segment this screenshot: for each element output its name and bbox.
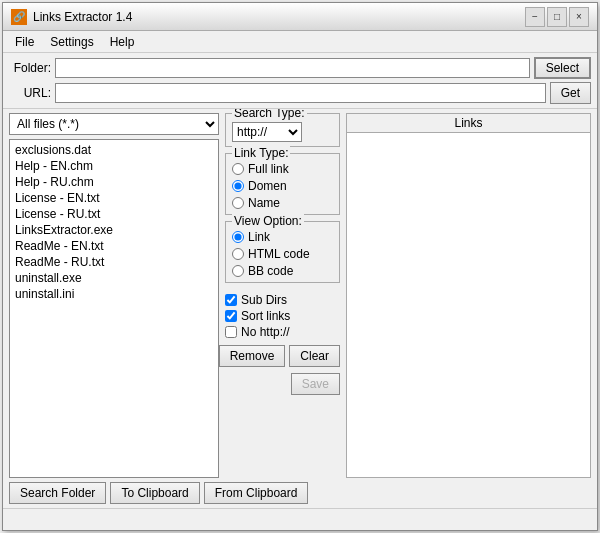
list-item[interactable]: LinksExtractor.exe: [12, 222, 216, 238]
window-controls: − □ ×: [525, 7, 589, 27]
view-option-options: Link HTML code BB code: [232, 230, 333, 278]
folder-row: Folder: Select: [9, 57, 591, 79]
search-type-content: http://https://ftp://All: [232, 122, 333, 142]
checkbox-sortlinks-label: Sort links: [241, 309, 290, 323]
maximize-button[interactable]: □: [547, 7, 567, 27]
list-item[interactable]: Help - EN.chm: [12, 158, 216, 174]
window-title: Links Extractor 1.4: [33, 10, 525, 24]
list-item[interactable]: uninstall.exe: [12, 270, 216, 286]
folder-input[interactable]: [55, 58, 530, 78]
file-list: exclusions.dat Help - EN.chm Help - RU.c…: [9, 139, 219, 478]
app-icon: 🔗: [11, 9, 27, 25]
radio-domen[interactable]: [232, 180, 244, 192]
menu-help[interactable]: Help: [102, 33, 143, 51]
url-input[interactable]: [55, 83, 546, 103]
checkbox-section: Sub Dirs Sort links No http://: [225, 293, 340, 339]
url-label: URL:: [9, 86, 51, 100]
checkbox-subdirs-label: Sub Dirs: [241, 293, 287, 307]
radio-bb[interactable]: [232, 265, 244, 277]
radio-bb-label: BB code: [248, 264, 293, 278]
toolbar: Folder: Select URL: Get: [3, 53, 597, 109]
left-panel: All files (*.*)*.htm*.html*.txt exclusio…: [9, 113, 219, 478]
remove-button[interactable]: Remove: [219, 345, 286, 367]
save-button[interactable]: Save: [291, 373, 340, 395]
get-button[interactable]: Get: [550, 82, 591, 104]
checkbox-sortlinks-input[interactable]: [225, 310, 237, 322]
to-clipboard-button[interactable]: To Clipboard: [110, 482, 199, 504]
search-folder-button[interactable]: Search Folder: [9, 482, 106, 504]
link-type-label: Link Type:: [232, 146, 290, 160]
list-item[interactable]: uninstall.ini: [12, 286, 216, 302]
link-type-options: Full link Domen Name: [232, 162, 333, 210]
checkbox-subdirs[interactable]: Sub Dirs: [225, 293, 340, 307]
link-type-domen[interactable]: Domen: [232, 179, 333, 193]
list-item[interactable]: License - EN.txt: [12, 190, 216, 206]
title-bar: 🔗 Links Extractor 1.4 − □ ×: [3, 3, 597, 31]
checkbox-nohttp[interactable]: No http://: [225, 325, 340, 339]
view-option-group: View Option: Link HTML code BB code: [225, 221, 340, 283]
list-item[interactable]: Help - RU.chm: [12, 174, 216, 190]
links-group: Links: [346, 113, 591, 478]
menu-bar: File Settings Help: [3, 31, 597, 53]
minimize-button[interactable]: −: [525, 7, 545, 27]
checkbox-subdirs-input[interactable]: [225, 294, 237, 306]
link-type-group: Link Type: Full link Domen Name: [225, 153, 340, 215]
main-content: All files (*.*)*.htm*.html*.txt exclusio…: [3, 109, 597, 482]
view-option-label: View Option:: [232, 214, 304, 228]
list-item[interactable]: ReadMe - RU.txt: [12, 254, 216, 270]
bottom-action-row: Search Folder To Clipboard From Clipboar…: [3, 482, 597, 508]
url-row: URL: Get: [9, 82, 591, 104]
radio-link[interactable]: [232, 231, 244, 243]
links-header: Links: [347, 114, 590, 133]
link-type-fulllink[interactable]: Full link: [232, 162, 333, 176]
radio-fulllink-label: Full link: [248, 162, 289, 176]
search-type-select[interactable]: http://https://ftp://All: [232, 122, 302, 142]
clear-button[interactable]: Clear: [289, 345, 340, 367]
view-html[interactable]: HTML code: [232, 247, 333, 261]
radio-html-label: HTML code: [248, 247, 310, 261]
list-item[interactable]: License - RU.txt: [12, 206, 216, 222]
radio-domen-label: Domen: [248, 179, 287, 193]
checkbox-nohttp-input[interactable]: [225, 326, 237, 338]
checkbox-nohttp-label: No http://: [241, 325, 290, 339]
view-link[interactable]: Link: [232, 230, 333, 244]
right-panel: Links: [346, 113, 591, 478]
radio-name-label: Name: [248, 196, 280, 210]
search-type-group: Search Type: http://https://ftp://All: [225, 113, 340, 147]
save-row: Save: [225, 373, 340, 395]
link-type-name[interactable]: Name: [232, 196, 333, 210]
list-item[interactable]: exclusions.dat: [12, 142, 216, 158]
file-type-select[interactable]: All files (*.*)*.htm*.html*.txt: [9, 113, 219, 135]
folder-label: Folder:: [9, 61, 51, 75]
search-type-label: Search Type:: [232, 109, 307, 120]
radio-link-label: Link: [248, 230, 270, 244]
action-buttons: Remove Clear: [225, 345, 340, 367]
middle-panel: Search Type: http://https://ftp://All Li…: [225, 113, 340, 478]
close-button[interactable]: ×: [569, 7, 589, 27]
status-bar: [3, 508, 597, 530]
view-bb[interactable]: BB code: [232, 264, 333, 278]
from-clipboard-button[interactable]: From Clipboard: [204, 482, 309, 504]
radio-html[interactable]: [232, 248, 244, 260]
checkbox-sortlinks[interactable]: Sort links: [225, 309, 340, 323]
main-window: 🔗 Links Extractor 1.4 − □ × File Setting…: [2, 2, 598, 531]
menu-settings[interactable]: Settings: [42, 33, 101, 51]
menu-file[interactable]: File: [7, 33, 42, 51]
radio-name[interactable]: [232, 197, 244, 209]
links-content: [347, 133, 590, 477]
radio-fulllink[interactable]: [232, 163, 244, 175]
select-button[interactable]: Select: [534, 57, 591, 79]
list-item[interactable]: ReadMe - EN.txt: [12, 238, 216, 254]
